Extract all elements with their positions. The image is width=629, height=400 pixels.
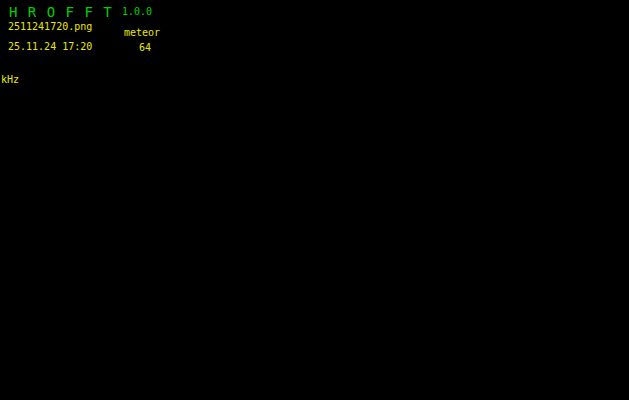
hrofft-window: H R O F F T 1.0.0 2511241720.png meteor … <box>0 0 629 400</box>
echo-count: 64 <box>139 42 151 54</box>
datetime-label: 25.11.24 17:20 <box>8 41 92 53</box>
mode-label: meteor <box>124 27 160 39</box>
app-version: 1.0.0 <box>122 6 152 18</box>
freq-unit-label: kHz <box>1 74 19 85</box>
output-filename: 2511241720.png <box>8 21 92 33</box>
app-title: H R O F F T <box>9 4 113 20</box>
spectrogram-canvas <box>20 72 618 400</box>
